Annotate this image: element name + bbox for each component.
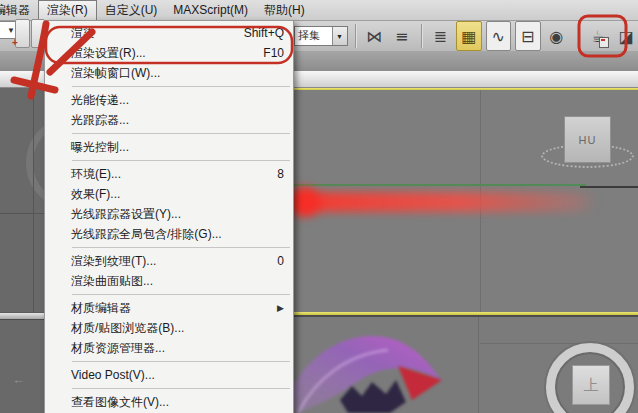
window-crossing-icon[interactable] — [15, 17, 45, 52]
dialog-badge — [599, 37, 609, 48]
grid-line — [0, 213, 44, 214]
menu-item-label: 材质编辑器 — [71, 298, 131, 318]
menu-item[interactable]: 材质编辑器▶ — [45, 298, 293, 318]
chevron-down-icon[interactable]: ▼ — [332, 27, 347, 45]
menu-item-shortcut: 8 — [259, 164, 284, 184]
menu-item[interactable]: 渲染曲面贴图... — [45, 271, 293, 291]
menu-item[interactable]: 光线跟踪全局包含/排除(G)... — [45, 224, 293, 244]
menubar-item[interactable]: 帮助(H) — [256, 0, 313, 20]
menu-bar: 编辑器渲染(R)自定义(U)MAXScript(M)帮助(H) — [0, 0, 638, 21]
toolbar-separator — [355, 24, 356, 48]
schematic-view-icon[interactable]: ⊟ — [515, 21, 541, 51]
menu-item-label: 曝光控制... — [71, 137, 129, 157]
menu-item-label: 效果(F)... — [71, 184, 120, 204]
toolbar-icons: 择集▼⋈≡≣▦∿⊟◉☕◪ — [294, 20, 638, 52]
menubar-item[interactable]: 渲染(R) — [38, 0, 97, 20]
menu-item-label: 渲染到纹理(T)... — [71, 251, 156, 271]
menu-item[interactable]: 材质资源管理器... — [45, 338, 293, 358]
menu-separator — [72, 294, 290, 295]
3dsmax-window: 编辑器渲染(R)自定义(U)MAXScript(M)帮助(H) ▼ 择集▼⋈≡≣… — [0, 0, 638, 413]
menu-separator — [72, 86, 290, 87]
material-editor-icon[interactable]: ◉ — [545, 22, 569, 50]
menu-item-label: 渲染 — [71, 23, 95, 43]
menu-item-label: 光能传递... — [71, 90, 129, 110]
menu-item-shortcut: Shift+Q — [226, 23, 284, 43]
toolbar-separator — [421, 24, 422, 48]
menu-item[interactable]: 材质/贴图浏览器(B)... — [45, 318, 293, 338]
menu-item-shortcut: 0 — [259, 251, 284, 271]
grid-line — [478, 317, 479, 413]
menu-item[interactable]: 查看图像文件(V)... — [45, 392, 293, 412]
menu-item-label: 光线跟踪全局包含/排除(G)... — [71, 224, 222, 244]
menu-item[interactable]: 渲染帧窗口(W)... — [45, 63, 293, 83]
menu-item[interactable]: 光能传递... — [45, 90, 293, 110]
menu-separator — [72, 247, 290, 248]
graphite-modeling-tools-icon[interactable]: ▦ — [456, 21, 482, 51]
menu-item[interactable]: 曝光控制... — [45, 137, 293, 157]
menu-separator — [72, 388, 290, 389]
viewcube[interactable]: HU — [564, 116, 611, 163]
mirror-icon[interactable]: ⋈ — [362, 22, 386, 50]
menu-item-label: 材质/贴图浏览器(B)... — [71, 318, 184, 338]
window-crossing-pane — [15, 19, 30, 48]
menu-item-label: 渲染帧窗口(W)... — [71, 63, 160, 83]
scene-dark-line — [580, 186, 638, 188]
scene-red-streak — [294, 192, 598, 212]
menu-separator — [72, 160, 290, 161]
menu-item[interactable]: 效果(F)... — [45, 184, 293, 204]
align-icon[interactable]: ≡ — [390, 22, 414, 50]
menu-item[interactable]: 光线跟踪器设置(Y)... — [45, 204, 293, 224]
menu-item-label: 查看图像文件(V)... — [71, 392, 169, 412]
named-selection-set-value: 择集 — [295, 27, 332, 45]
scene-purple-swoosh — [278, 320, 450, 413]
submenu-arrow-icon: ▶ — [277, 298, 284, 318]
menu-item[interactable]: 光跟踪器... — [45, 110, 293, 130]
grid-line — [480, 343, 638, 344]
menu-item-label: 光跟踪器... — [71, 110, 129, 130]
menu-item-label: 渲染曲面贴图... — [71, 271, 153, 291]
menu-item[interactable]: Video Post(V)... — [45, 365, 293, 385]
menubar-item[interactable]: 自定义(U) — [97, 0, 166, 20]
menu-item-label: 环境(E)... — [71, 164, 121, 184]
curve-editor-icon[interactable]: ∿ — [486, 21, 512, 51]
menu-item-label: Video Post(V)... — [71, 365, 155, 385]
viewcube[interactable]: 上 — [572, 365, 610, 405]
layer-manager-icon[interactable]: ≣ — [428, 22, 452, 50]
render-setup-icon[interactable]: ☕ — [587, 22, 611, 50]
menu-item-label: 材质资源管理器... — [71, 338, 165, 358]
rendered-frame-window-icon[interactable]: ◪ — [615, 22, 638, 50]
menu-item[interactable]: 渲染Shift+Q — [45, 23, 293, 43]
menubar-item[interactable]: MAXScript(M) — [165, 0, 256, 20]
viewport-divider[interactable] — [0, 312, 44, 320]
axis-arrow: ← — [12, 372, 25, 387]
menu-separator — [72, 361, 290, 362]
menu-item[interactable]: 渲染设置(R)...F10 — [45, 43, 293, 63]
menu-separator — [72, 133, 290, 134]
menu-item-label: 光线跟踪器设置(Y)... — [71, 204, 181, 224]
menu-item[interactable]: 环境(E)...8 — [45, 164, 293, 184]
window-crossing-pane — [31, 19, 46, 48]
render-menu: 渲染Shift+Q渲染设置(R)...F10渲染帧窗口(W)...光能传递...… — [44, 20, 294, 413]
menu-item-shortcut: F10 — [245, 43, 284, 63]
menu-item[interactable]: 渲染到纹理(T)...0 — [45, 251, 293, 271]
named-selection-set-combo[interactable]: 择集▼ — [294, 26, 348, 46]
grid-line — [33, 90, 34, 312]
scene-green-line — [292, 184, 586, 186]
menu-item-label: 渲染设置(R)... — [71, 43, 146, 63]
viewport-left[interactable]: ← — [0, 88, 44, 413]
viewcube-ring-partial — [26, 116, 44, 210]
